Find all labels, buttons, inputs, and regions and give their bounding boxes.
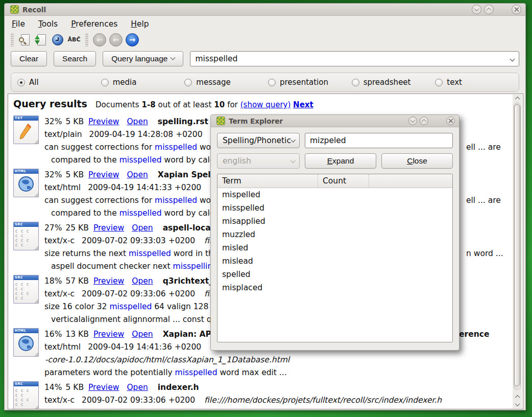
toolbar-drag-handle[interactable]: [11, 33, 14, 47]
scroll-up-icon[interactable]: [513, 393, 522, 401]
document-magnifier-icon: [21, 34, 30, 45]
menu-preferences[interactable]: Preferences: [71, 19, 117, 29]
term-explorer-button[interactable]: ÅBĈ: [67, 33, 81, 47]
menu-bar: File Tools Preferences Help: [5, 16, 525, 31]
menu-help[interactable]: Help: [131, 19, 149, 29]
document-history-button[interactable]: [51, 33, 65, 47]
table-row[interactable]: misapplied: [217, 215, 452, 228]
next-page-button[interactable]: →: [126, 33, 139, 47]
column-header-count[interactable]: Count: [318, 174, 369, 188]
maximize-button[interactable]: [484, 5, 494, 14]
show-query-link[interactable]: (show query): [240, 100, 291, 109]
radio-icon: [101, 79, 109, 86]
preview-link[interactable]: Preview: [93, 276, 124, 286]
dialog-close-button[interactable]: [446, 117, 455, 125]
results-scrollbar[interactable]: [513, 95, 522, 408]
expansion-mode-dropdown[interactable]: Spelling/Phonetic: [217, 133, 300, 148]
chevron-down-icon: [291, 158, 296, 163]
results-title: Query results: [13, 98, 87, 109]
radio-icon: [352, 79, 359, 86]
document-preview-button[interactable]: [18, 33, 32, 47]
sort-parameters-button[interactable]: [34, 33, 49, 47]
dialog-maximize-button[interactable]: [420, 117, 428, 125]
preview-link[interactable]: Preview: [88, 170, 119, 179]
filter-media[interactable]: media: [101, 78, 185, 87]
result-title: aspell-local.: [163, 223, 216, 233]
search-combobox: [190, 51, 519, 66]
open-link[interactable]: Open: [127, 383, 148, 392]
term-table-header[interactable]: Term Count: [217, 174, 452, 188]
query-language-dropdown[interactable]: Query language: [103, 51, 183, 66]
close-button[interactable]: [512, 5, 521, 14]
search-row: Clear Search Query language: [5, 50, 525, 68]
radio-icon: [268, 79, 276, 86]
minimize-button[interactable]: [472, 5, 481, 14]
chevron-down-icon: [410, 118, 416, 123]
table-row[interactable]: mislead: [217, 254, 452, 268]
toolbar: ÅBĈ ← ← →: [5, 31, 525, 50]
filter-all[interactable]: All: [17, 78, 101, 87]
open-link[interactable]: Open: [132, 276, 153, 286]
spellcheck-abc-icon: ÅBĈ: [68, 36, 81, 43]
toolbar-separator: [85, 33, 88, 47]
filter-message[interactable]: message: [184, 78, 268, 87]
html-file-icon: HTML: [13, 328, 39, 357]
radio-icon: [435, 79, 443, 86]
preview-link[interactable]: Preview: [93, 330, 124, 339]
dialog-minimize-button[interactable]: [408, 117, 417, 125]
scrollbar-thumb[interactable]: [514, 104, 520, 386]
open-link[interactable]: Open: [127, 170, 148, 179]
term-input[interactable]: [305, 133, 453, 148]
next-page-link[interactable]: Next: [293, 100, 313, 109]
window-title: Recoll: [22, 6, 472, 14]
filter-presentation[interactable]: presentation: [268, 78, 352, 87]
column-header-term[interactable]: Term: [217, 176, 318, 186]
clock-icon: [52, 34, 63, 45]
table-row[interactable]: misplaced: [217, 281, 452, 294]
result-item: SRC c c cc cc c cc c 14%5 KBPreviewOpeni…: [13, 381, 507, 409]
arrow-left-icon: ←: [113, 35, 119, 44]
snippet-fragment: n word ...: [466, 247, 503, 260]
open-link[interactable]: Open: [132, 330, 153, 339]
open-link[interactable]: Open: [132, 223, 153, 233]
chevron-up-icon: [422, 119, 427, 124]
preview-link[interactable]: Preview: [88, 383, 119, 392]
dialog-title-bar[interactable]: Term Explorer: [211, 115, 459, 127]
table-row[interactable]: spelled: [217, 268, 452, 281]
preview-link[interactable]: Preview: [93, 223, 124, 233]
clear-button[interactable]: Clear: [11, 51, 47, 66]
search-input[interactable]: [190, 51, 519, 66]
chevron-up-icon: [487, 8, 492, 13]
close-dialog-button[interactable]: Close: [381, 153, 453, 169]
title-bar[interactable]: Recoll: [5, 4, 525, 16]
first-page-button[interactable]: ←: [93, 33, 106, 47]
term-table: Term Count mispelled misspelled misappli…: [217, 174, 453, 342]
title-fragment: erence: [459, 328, 489, 341]
table-row[interactable]: misspelled: [217, 201, 452, 215]
menu-file[interactable]: File: [12, 19, 25, 29]
category-filter-bar: All media message presentation spreadshe…: [11, 73, 519, 92]
table-row[interactable]: muzzled: [217, 228, 452, 241]
chevron-down-icon: [474, 6, 479, 11]
term-explorer-dialog: Term Explorer Spelling/Phonetic english …: [210, 114, 460, 351]
open-link[interactable]: Open: [127, 117, 148, 126]
menu-tools[interactable]: Tools: [38, 19, 58, 29]
scroll-down-icon[interactable]: [513, 401, 522, 408]
table-row[interactable]: misled: [217, 241, 452, 254]
result-title: Xapian: API: [163, 330, 214, 339]
result-range: 1-8: [141, 100, 155, 109]
filter-text[interactable]: text: [435, 78, 519, 87]
recoll-app-icon: [217, 117, 225, 125]
radio-selected-icon: [17, 79, 25, 86]
search-button[interactable]: Search: [54, 51, 96, 66]
language-dropdown[interactable]: english: [217, 153, 300, 169]
preview-link[interactable]: Preview: [88, 117, 119, 126]
table-row[interactable]: mispelled: [217, 188, 452, 201]
scroll-up-icon[interactable]: [513, 95, 522, 102]
expand-button[interactable]: Expand: [305, 153, 376, 169]
radio-icon: [184, 79, 192, 86]
filter-spreadsheet[interactable]: spreadsheet: [352, 78, 436, 87]
scrollbar-track[interactable]: [514, 103, 521, 390]
src-file-icon: SRC c c cc cc c cc c: [13, 381, 39, 409]
previous-page-button[interactable]: ←: [109, 33, 123, 47]
